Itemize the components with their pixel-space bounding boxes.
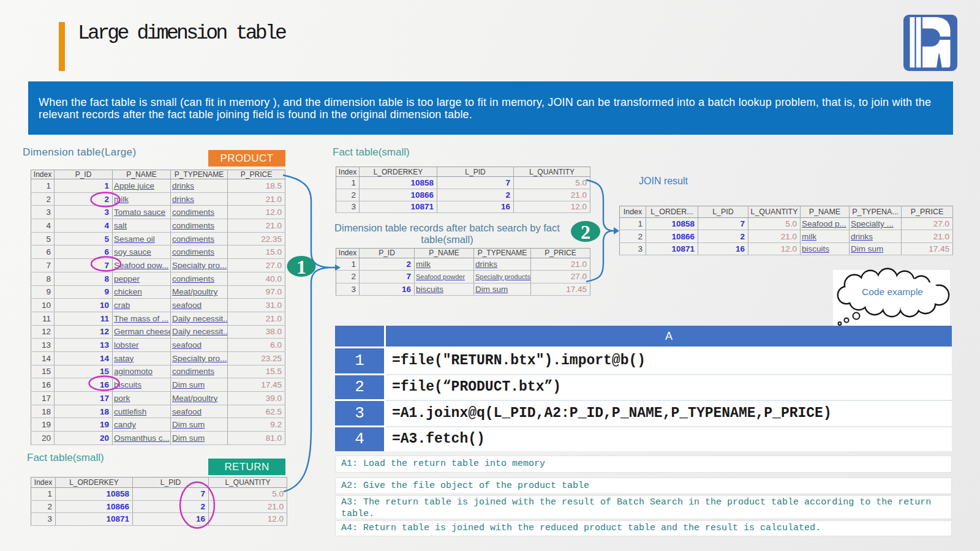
svg-text:1: 1 (296, 256, 306, 278)
svg-text:2: 2 (581, 221, 590, 243)
svg-text:Code example: Code example (862, 287, 923, 297)
